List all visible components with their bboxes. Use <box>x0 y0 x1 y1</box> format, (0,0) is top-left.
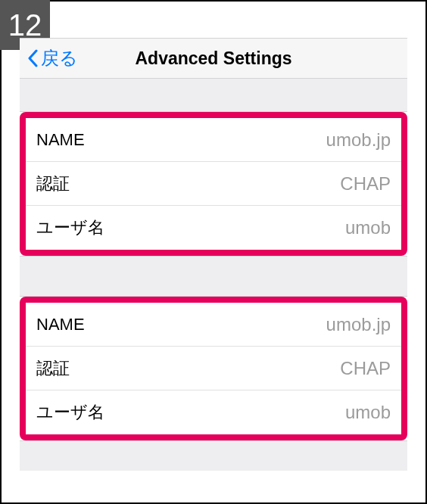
row-value: umob.jp <box>326 129 391 151</box>
content-area: 戻る Advanced Settings NAME umob.jp 認証 CHA… <box>2 38 425 471</box>
row-value: CHAP <box>340 173 391 194</box>
setting-row[interactable]: NAME umob.jp <box>26 303 401 347</box>
row-label: ユーザ名 <box>36 401 104 424</box>
setting-row[interactable]: 認証 CHAP <box>26 347 401 390</box>
row-label: NAME <box>36 315 85 334</box>
settings-group-1: NAME umob.jp 認証 CHAP ユーザ名 umob <box>20 112 407 256</box>
row-value: umob.jp <box>326 314 391 335</box>
setting-row[interactable]: ユーザ名 umob <box>26 206 401 250</box>
setting-row[interactable]: NAME umob.jp <box>26 118 401 162</box>
row-label: 認証 <box>36 357 70 380</box>
row-label: ユーザ名 <box>36 216 104 239</box>
page-title: Advanced Settings <box>135 48 291 69</box>
row-value: CHAP <box>340 358 391 379</box>
row-value: umob <box>345 217 391 238</box>
chevron-left-icon <box>27 49 38 67</box>
section-gap <box>20 79 407 112</box>
row-label: 認証 <box>36 173 70 195</box>
nav-bar: 戻る Advanced Settings <box>20 38 407 79</box>
back-button[interactable]: 戻る <box>27 46 78 70</box>
row-label: NAME <box>36 130 85 150</box>
step-number: 12 <box>8 8 42 42</box>
settings-group-2: NAME umob.jp 認証 CHAP ユーザ名 umob <box>20 297 407 440</box>
bottom-gap <box>20 440 407 471</box>
setting-row[interactable]: ユーザ名 umob <box>26 390 401 434</box>
setting-row[interactable]: 認証 CHAP <box>26 162 401 206</box>
row-value: umob <box>345 402 391 423</box>
section-gap <box>20 256 407 297</box>
screenshot-frame: 12 戻る Advanced Settings NAME umob.jp 認証 … <box>0 0 427 504</box>
back-label: 戻る <box>41 46 78 70</box>
